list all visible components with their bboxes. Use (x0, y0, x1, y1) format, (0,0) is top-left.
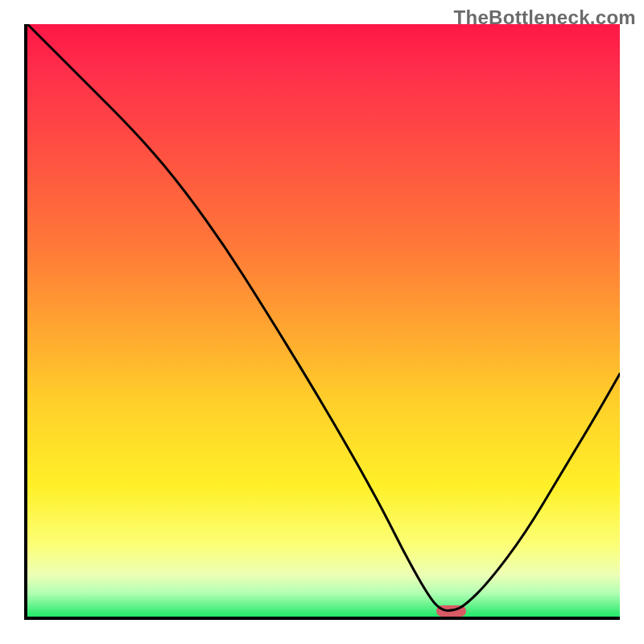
chart-curve-path (27, 24, 620, 611)
chart-curve (27, 24, 620, 617)
chart-plot-area (24, 24, 620, 620)
